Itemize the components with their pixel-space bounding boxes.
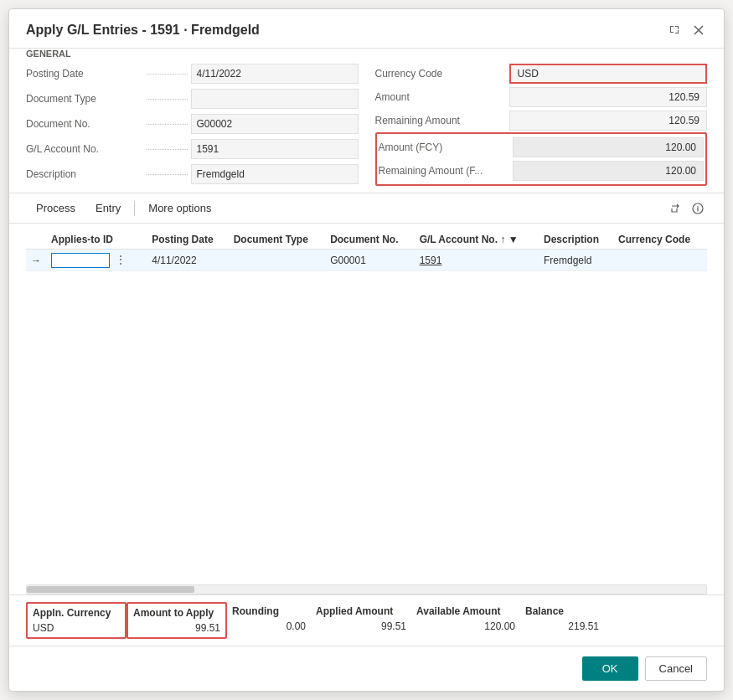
- amount-label: Amount: [375, 91, 509, 103]
- remaining-amount-fcy-label: Remaining Amount (F...: [379, 165, 513, 177]
- table-header-row: Applies-to ID Posting Date Document Type…: [26, 230, 707, 250]
- available-amount-header: Available Amount: [416, 605, 515, 617]
- amount-row: Amount 120.59: [375, 85, 708, 109]
- gl-account-no-value: 1591: [191, 139, 359, 159]
- apply-gl-entries-dialog: Apply G/L Entries - 1591 · Fremdgeld Gen…: [8, 8, 725, 692]
- remaining-amount-fcy-row: Remaining Amount (F... 120.00: [379, 159, 705, 183]
- available-amount-value: 120.00: [416, 620, 515, 632]
- document-no-row: Document No. G00002: [26, 112, 359, 136]
- entry-button[interactable]: Entry: [85, 197, 131, 219]
- document-type-value[interactable]: [191, 89, 359, 109]
- col-applies-to-id: Applies-to ID: [46, 230, 147, 250]
- currency-code-value: USD: [509, 64, 708, 84]
- header-icons: [665, 23, 707, 38]
- description-value: Fremdgeld: [191, 164, 359, 184]
- dialog-header: Apply G/L Entries - 1591 · Fremdgeld: [9, 9, 724, 49]
- left-fields: Posting Date 4/11/2022 Document Type Doc…: [26, 62, 359, 186]
- footer-section: Appln. Currency USD Amount to Apply 99.5…: [9, 594, 724, 646]
- document-no-dots: [147, 124, 188, 125]
- row-posting-date: 4/11/2022: [147, 250, 228, 271]
- applied-amount-header: Applied Amount: [316, 605, 406, 617]
- process-button[interactable]: Process: [26, 197, 85, 219]
- info-icon[interactable]: [689, 201, 707, 216]
- row-description: Fremdgeld: [539, 250, 613, 271]
- dialog-title: Apply G/L Entries - 1591 · Fremdgeld: [26, 23, 260, 38]
- remaining-amount-label: Remaining Amount: [375, 115, 509, 126]
- col-document-no: Document No.: [325, 230, 415, 250]
- currency-code-label: Currency Code: [375, 68, 509, 80]
- footer-rounding: Rounding 0.00: [227, 602, 311, 639]
- action-buttons: OK Cancel: [9, 646, 724, 691]
- share-icon[interactable]: [665, 201, 684, 216]
- applied-amount-value: 99.51: [316, 620, 406, 632]
- toolbar: Process Entry More options: [9, 193, 724, 224]
- description-dots: [147, 174, 188, 175]
- remaining-amount-fcy-value: 120.00: [513, 161, 705, 181]
- appln-currency-value: USD: [33, 622, 120, 634]
- table-row: → ⋮ 4/11/2022 G00001 1591 Fremdgeld: [26, 250, 707, 271]
- gl-account-no-row: G/L Account No. 1591: [26, 137, 359, 161]
- general-heading: General: [26, 49, 707, 59]
- balance-header: Balance: [525, 605, 599, 617]
- footer-applied-amount: Applied Amount 99.51: [311, 602, 411, 639]
- posting-date-label: Posting Date: [26, 68, 143, 80]
- row-menu-button[interactable]: ⋮: [112, 252, 129, 267]
- amount-fcy-row: Amount (FCY) 120.00: [379, 136, 705, 159]
- row-arrow-cell: →: [26, 250, 46, 271]
- posting-date-value: 4/11/2022: [191, 64, 359, 84]
- right-fields: Currency Code USD Amount 120.59 Remainin…: [375, 62, 708, 186]
- posting-date-dots: [147, 74, 188, 75]
- document-type-label: Document Type: [26, 93, 143, 105]
- appln-currency-header: Appln. Currency: [33, 607, 120, 619]
- footer-amount-to-apply: Amount to Apply 99.51: [126, 602, 227, 639]
- toolbar-separator: [134, 201, 135, 216]
- expand-icon[interactable]: [665, 23, 684, 38]
- col-gl-account-no: G/L Account No. ↑ ▼: [415, 230, 539, 250]
- table-area: Applies-to ID Posting Date Document Type…: [9, 224, 724, 584]
- fcy-highlighted-group: Amount (FCY) 120.00 Remaining Amount (F.…: [375, 132, 708, 186]
- document-no-label: Document No.: [26, 118, 143, 130]
- rounding-header: Rounding: [232, 605, 306, 617]
- applies-to-id-cell[interactable]: ⋮: [46, 250, 147, 271]
- applies-to-id-input[interactable]: [51, 253, 110, 268]
- document-type-dots: [147, 99, 188, 100]
- entries-table: Applies-to ID Posting Date Document Type…: [26, 230, 707, 271]
- more-options-button[interactable]: More options: [138, 197, 221, 219]
- col-posting-date: Posting Date: [147, 230, 228, 250]
- footer-available-amount: Available Amount 120.00: [411, 602, 520, 639]
- horizontal-scrollbar[interactable]: [26, 584, 707, 594]
- footer-balance: Balance 219.51: [520, 602, 604, 639]
- document-no-value: G00002: [191, 114, 359, 134]
- toolbar-right-icons: [665, 201, 707, 216]
- gl-account-no-dots: [147, 149, 188, 150]
- remaining-amount-row: Remaining Amount 120.59: [375, 109, 708, 132]
- cancel-button[interactable]: Cancel: [645, 656, 707, 681]
- amount-to-apply-header: Amount to Apply: [133, 607, 220, 619]
- general-section: General Posting Date 4/11/2022 Document …: [9, 49, 724, 193]
- amount-fcy-value: 120.00: [513, 137, 705, 157]
- amount-value: 120.59: [509, 87, 708, 107]
- scrollbar-thumb: [27, 586, 194, 593]
- balance-value: 219.51: [525, 620, 599, 632]
- amount-to-apply-value: 99.51: [133, 622, 220, 634]
- remaining-amount-value: 120.59: [509, 111, 708, 131]
- description-row: Description Fremdgeld: [26, 162, 359, 186]
- footer-appln-currency: Appln. Currency USD: [26, 602, 126, 639]
- currency-code-row: Currency Code USD: [375, 62, 708, 85]
- fields-container: Posting Date 4/11/2022 Document Type Doc…: [26, 62, 707, 186]
- row-document-no: G00001: [325, 250, 415, 271]
- col-document-type: Document Type: [229, 230, 325, 250]
- col-description: Description: [539, 230, 613, 250]
- ok-button[interactable]: OK: [582, 656, 638, 681]
- close-icon[interactable]: [690, 23, 707, 37]
- row-document-type: [229, 250, 325, 271]
- amount-fcy-label: Amount (FCY): [379, 142, 513, 153]
- gl-account-no-label: G/L Account No.: [26, 143, 143, 155]
- row-currency-code: [613, 250, 707, 271]
- posting-date-row: Posting Date 4/11/2022: [26, 62, 359, 85]
- col-arrow: [26, 230, 46, 250]
- description-label: Description: [26, 168, 143, 180]
- rounding-value: 0.00: [232, 620, 306, 632]
- row-gl-account-no: 1591: [415, 250, 539, 271]
- col-currency-code: Currency Code: [613, 230, 707, 250]
